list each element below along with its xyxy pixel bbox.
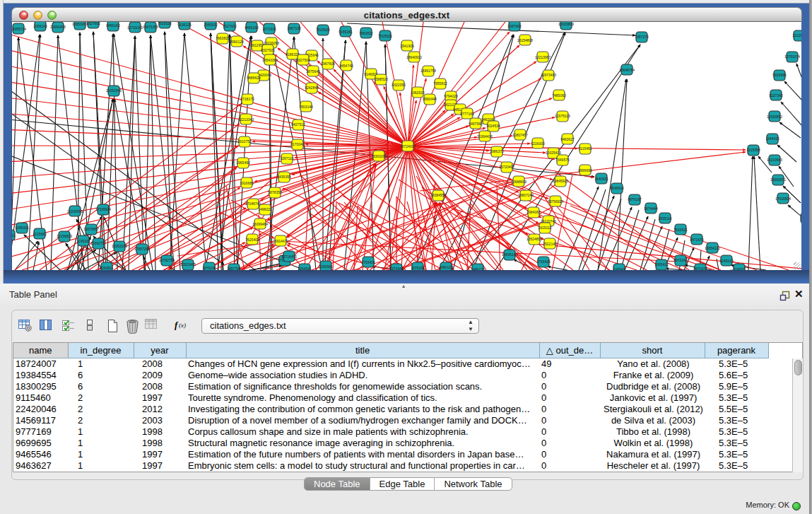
svg-text:3267110: 3267110 (280, 156, 293, 160)
svg-text:1857795: 1857795 (227, 267, 241, 270)
svg-text:391511: 391511 (12, 233, 15, 238)
svg-text:12342757: 12342757 (90, 241, 106, 245)
svg-text:20364436: 20364436 (477, 134, 493, 139)
svg-text:2718170: 2718170 (240, 97, 254, 101)
svg-text:8471676: 8471676 (690, 238, 704, 242)
svg-text:10973493: 10973493 (541, 73, 556, 77)
svg-text:9327505: 9327505 (261, 48, 275, 52)
svg-text:1588520: 1588520 (374, 77, 388, 81)
svg-text:8990448: 8990448 (423, 97, 437, 101)
svg-text:19845923: 19845923 (553, 179, 568, 183)
svg-text:17957265: 17957265 (134, 247, 150, 251)
svg-text:18807249: 18807249 (518, 193, 534, 197)
svg-text:9463627: 9463627 (560, 137, 575, 141)
svg-text:2522140: 2522140 (543, 242, 557, 246)
svg-text:9674444: 9674444 (644, 206, 658, 211)
svg-text:1372946: 1372946 (389, 267, 404, 270)
svg-text:1212896: 1212896 (792, 33, 801, 37)
svg-text:18724007: 18724007 (400, 144, 416, 148)
svg-text:16210643: 16210643 (767, 158, 782, 162)
svg-text:16671355: 16671355 (143, 25, 158, 29)
svg-text:1345001: 1345001 (15, 226, 29, 230)
svg-text:7349575: 7349575 (555, 158, 570, 162)
svg-text:10807457: 10807457 (512, 133, 528, 137)
svg-text:1916685: 1916685 (240, 181, 254, 185)
svg-text:7955812: 7955812 (433, 81, 447, 86)
svg-text:1093581: 1093581 (319, 264, 333, 269)
svg-text:12923465: 12923465 (180, 262, 196, 267)
svg-text:1610753: 1610753 (237, 139, 252, 144)
svg-text:17046748: 17046748 (245, 201, 261, 206)
svg-text:16033809: 16033809 (558, 22, 574, 26)
svg-text:3215958: 3215958 (746, 148, 760, 152)
svg-text:19975857: 19975857 (83, 227, 99, 231)
svg-text:1486120: 1486120 (439, 265, 453, 269)
svg-text:20053346: 20053346 (106, 88, 122, 93)
svg-text:12093852: 12093852 (767, 115, 782, 119)
svg-text:1071915: 1071915 (262, 27, 276, 31)
svg-text:15751074: 15751074 (784, 54, 800, 59)
svg-text:17339924: 17339924 (95, 207, 111, 211)
svg-text:15716455: 15716455 (281, 255, 297, 259)
svg-text:1435359: 1435359 (277, 175, 291, 179)
svg-text:14055714: 14055714 (12, 27, 26, 31)
svg-text:1753426: 1753426 (361, 260, 375, 264)
svg-text:7515526: 7515526 (316, 28, 330, 32)
svg-text:1640931: 1640931 (594, 177, 608, 181)
svg-text:1244415: 1244415 (765, 136, 779, 141)
svg-text:2967608: 2967608 (321, 62, 335, 66)
svg-text:19384554: 19384554 (430, 193, 446, 197)
svg-text:3024534: 3024534 (486, 124, 500, 128)
svg-text:9245012: 9245012 (719, 259, 734, 263)
svg-text:79756928: 79756928 (548, 199, 563, 204)
svg-text:20206555: 20206555 (67, 209, 83, 214)
svg-text:2069140: 2069140 (33, 24, 47, 28)
svg-text:1965493: 1965493 (236, 160, 250, 165)
svg-text:2935114: 2935114 (658, 216, 671, 221)
svg-text:1527602: 1527602 (86, 22, 100, 25)
svg-text:9889620: 9889620 (247, 76, 261, 80)
svg-text:12975115: 12975115 (555, 114, 570, 118)
svg-text:1615112: 1615112 (538, 226, 551, 230)
svg-text:8322050: 8322050 (392, 83, 406, 87)
svg-text:6216000: 6216000 (531, 141, 545, 146)
svg-text:7357274: 7357274 (635, 35, 649, 39)
svg-text:12213967: 12213967 (535, 55, 551, 59)
svg-text:7663822: 7663822 (216, 36, 230, 40)
svg-text:4973342: 4973342 (673, 258, 688, 262)
svg-text:18640910: 18640910 (406, 55, 422, 59)
svg-text:1498222: 1498222 (258, 207, 272, 211)
svg-text:1362615: 1362615 (411, 90, 425, 95)
svg-text:9777169: 9777169 (460, 112, 474, 116)
svg-text:10654122: 10654122 (705, 246, 720, 250)
svg-text:7515526: 7515526 (158, 22, 172, 25)
svg-text:12213343: 12213343 (238, 117, 254, 122)
svg-text:8170041: 8170041 (290, 142, 305, 146)
svg-text:1486120: 1486120 (471, 267, 485, 270)
svg-text:126753: 126753 (801, 216, 801, 221)
svg-text:1541906: 1541906 (400, 44, 414, 48)
svg-text:8938914: 8938914 (610, 186, 624, 190)
svg-text:7663822: 7663822 (359, 31, 373, 35)
svg-text:9794028: 9794028 (444, 94, 458, 98)
svg-text:18300295: 18300295 (371, 154, 387, 158)
svg-text:9227343: 9227343 (769, 93, 783, 98)
svg-text:3875645: 3875645 (306, 69, 320, 74)
svg-text:10782759: 10782759 (159, 258, 175, 262)
svg-text:2087682: 2087682 (507, 24, 522, 28)
svg-text:13524851: 13524851 (526, 237, 542, 241)
svg-text:2984067: 2984067 (526, 210, 541, 214)
svg-text:6879197: 6879197 (628, 197, 642, 201)
svg-text:7625402: 7625402 (245, 238, 259, 242)
svg-text:7485063: 7485063 (552, 93, 566, 98)
svg-text:16914479: 16914479 (273, 239, 288, 243)
svg-text:1733426: 1733426 (536, 259, 551, 264)
svg-text:10653267: 10653267 (72, 22, 88, 26)
svg-text:9115460: 9115460 (578, 146, 592, 151)
svg-text:9106126: 9106126 (177, 23, 192, 27)
svg-text:7632621: 7632621 (673, 228, 688, 232)
svg-text:9242845: 9242845 (305, 86, 319, 90)
svg-text:8454749: 8454749 (339, 64, 353, 68)
svg-text:10648784: 10648784 (619, 68, 635, 72)
svg-text:10688609: 10688609 (511, 180, 526, 184)
